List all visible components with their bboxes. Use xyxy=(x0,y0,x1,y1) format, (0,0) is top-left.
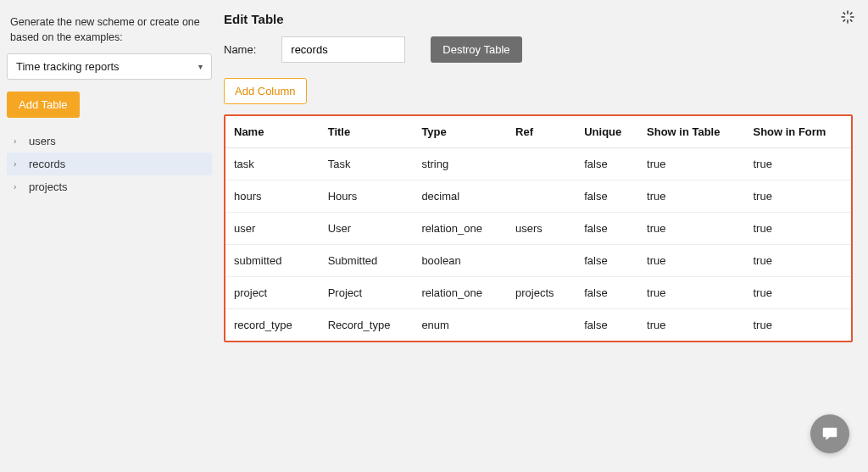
sidebar-instructions: Generate the new scheme or create one ba… xyxy=(7,15,212,45)
cell-show_in_table: true xyxy=(638,309,744,342)
chevron-right-icon: › xyxy=(14,159,20,169)
cell-ref xyxy=(507,148,576,180)
col-header: Name xyxy=(225,116,320,148)
cell-title: Submitted xyxy=(320,245,414,277)
cell-title: Task xyxy=(320,148,414,180)
cell-unique: false xyxy=(576,309,638,342)
sidebar: Generate the new scheme or create one ba… xyxy=(0,0,219,472)
columns-table-wrap: NameTitleTypeRefUniqueShow in TableShow … xyxy=(224,114,853,342)
col-header: Show in Table xyxy=(638,116,744,148)
cell-title: Record_type xyxy=(320,309,414,342)
cell-show_in_form: true xyxy=(744,148,851,180)
chevron-down-icon: ▾ xyxy=(198,62,203,71)
cell-unique: false xyxy=(576,180,638,213)
table-row[interactable]: projectProjectrelation_oneprojectsfalset… xyxy=(225,277,851,309)
col-header: Unique xyxy=(576,116,638,148)
cell-ref: users xyxy=(507,213,576,245)
cell-unique: false xyxy=(576,277,638,309)
chat-icon xyxy=(821,425,839,443)
chevron-right-icon: › xyxy=(14,136,20,146)
table-row[interactable]: record_typeRecord_typeenumfalsetruetrue xyxy=(225,309,851,342)
scheme-select-value: Time tracking reports xyxy=(16,60,120,73)
cell-show_in_table: true xyxy=(638,180,744,213)
cell-unique: false xyxy=(576,148,638,180)
scheme-select[interactable]: Time tracking reports ▾ xyxy=(7,53,212,80)
cell-type: boolean xyxy=(413,245,507,277)
cell-title: Hours xyxy=(320,180,414,213)
cell-show_in_form: true xyxy=(744,277,851,309)
columns-table: NameTitleTypeRefUniqueShow in TableShow … xyxy=(225,116,851,341)
cell-unique: false xyxy=(576,245,638,277)
cell-type: string xyxy=(413,148,507,180)
cell-show_in_form: true xyxy=(744,180,851,213)
cell-show_in_table: true xyxy=(638,277,744,309)
table-name-input[interactable] xyxy=(281,36,405,63)
cell-show_in_form: true xyxy=(744,213,851,245)
cell-ref xyxy=(507,245,576,277)
col-header: Type xyxy=(413,116,507,148)
col-header: Title xyxy=(320,116,414,148)
cell-unique: false xyxy=(576,213,638,245)
col-header: Ref xyxy=(507,116,576,148)
cell-title: Project xyxy=(320,277,414,309)
page-title: Edit Table xyxy=(224,12,853,26)
sidebar-item-label: users xyxy=(29,135,56,147)
sidebar-item-users[interactable]: ›users xyxy=(7,130,212,153)
collapse-icon[interactable] xyxy=(839,8,856,28)
cell-type: enum xyxy=(413,309,507,342)
name-label: Name: xyxy=(224,43,256,56)
chat-fab[interactable] xyxy=(810,414,849,453)
cell-ref xyxy=(507,180,576,213)
table-row[interactable]: hoursHoursdecimalfalsetruetrue xyxy=(225,180,851,213)
cell-name: user xyxy=(225,213,320,245)
cell-show_in_table: true xyxy=(638,148,744,180)
cell-show_in_form: true xyxy=(744,309,851,342)
chevron-right-icon: › xyxy=(14,182,20,192)
cell-name: record_type xyxy=(225,309,320,342)
cell-show_in_table: true xyxy=(638,245,744,277)
cell-type: relation_one xyxy=(413,213,507,245)
cell-type: decimal xyxy=(413,180,507,213)
cell-ref: projects xyxy=(507,277,576,309)
cell-name: submitted xyxy=(225,245,320,277)
cell-ref xyxy=(507,309,576,342)
table-tree: ›users›records›projects xyxy=(7,130,212,198)
destroy-table-button[interactable]: Destroy Table xyxy=(431,36,521,63)
cell-type: relation_one xyxy=(413,277,507,309)
table-row[interactable]: taskTaskstringfalsetruetrue xyxy=(225,148,851,180)
cell-show_in_table: true xyxy=(638,213,744,245)
sidebar-item-label: projects xyxy=(29,180,68,193)
col-header: Show in Form xyxy=(744,116,851,148)
cell-name: project xyxy=(225,277,320,309)
main-panel: Edit Table Name: Destroy Table Add Colum… xyxy=(219,0,868,472)
sidebar-item-label: records xyxy=(29,158,65,170)
add-column-button[interactable]: Add Column xyxy=(224,78,307,104)
add-table-button[interactable]: Add Table xyxy=(7,92,80,118)
sidebar-item-projects[interactable]: ›projects xyxy=(7,175,212,198)
sidebar-item-records[interactable]: ›records xyxy=(7,153,212,175)
cell-title: User xyxy=(320,213,414,245)
cell-name: hours xyxy=(225,180,320,213)
table-row[interactable]: submittedSubmittedbooleanfalsetruetrue xyxy=(225,245,851,277)
cell-name: task xyxy=(225,148,320,180)
cell-show_in_form: true xyxy=(744,245,851,277)
table-row[interactable]: userUserrelation_oneusersfalsetruetrue xyxy=(225,213,851,245)
